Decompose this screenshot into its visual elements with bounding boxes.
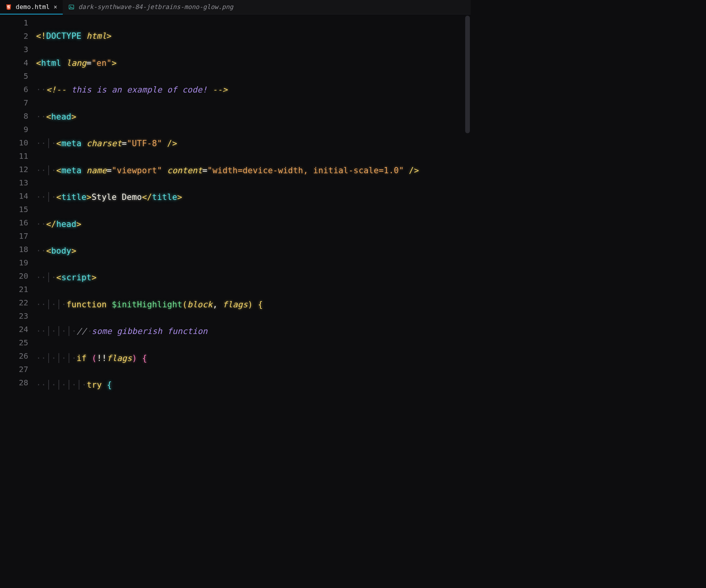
line-number: 19 bbox=[0, 256, 28, 269]
svg-point-1 bbox=[70, 6, 71, 7]
line-number: 18 bbox=[0, 243, 28, 256]
line-number: 20 bbox=[0, 269, 28, 283]
line-number: 9 bbox=[0, 123, 28, 136]
editor-window: demo.html × dark-synthwave-84-jetbrains-… bbox=[0, 0, 471, 392]
line-gutter: 1234567891011121314151617181920212223242… bbox=[0, 16, 36, 389]
line-number: 14 bbox=[0, 189, 28, 203]
code-line: ··│·<title>Style Demo</title> bbox=[36, 191, 466, 204]
line-number: 11 bbox=[0, 149, 28, 163]
line-number: 26 bbox=[0, 349, 28, 363]
line-number: 13 bbox=[0, 176, 28, 189]
line-number: 5 bbox=[0, 69, 28, 83]
line-number: 24 bbox=[0, 323, 28, 336]
code-line: ··<head> bbox=[36, 110, 466, 123]
line-number: 2 bbox=[0, 29, 28, 43]
close-icon[interactable]: × bbox=[54, 2, 57, 12]
tab-image-preview[interactable]: dark-synthwave-84-jetbrains-mono-glow.pn… bbox=[63, 0, 239, 14]
html5-icon bbox=[5, 4, 12, 10]
line-number: 10 bbox=[0, 136, 28, 149]
code-line: <html lang="en"> bbox=[36, 56, 466, 70]
line-number: 16 bbox=[0, 216, 28, 229]
line-number: 22 bbox=[0, 296, 28, 309]
code-line: ··│·│·│·//·some gibberish function bbox=[36, 325, 466, 338]
line-number: 1 bbox=[0, 16, 28, 29]
code-area[interactable]: <!DOCTYPE html> <html lang="en"> ··<!-- … bbox=[36, 16, 471, 392]
code-line: ··│·<script> bbox=[36, 271, 466, 284]
line-number: 8 bbox=[0, 109, 28, 123]
tab-label: dark-synthwave-84-jetbrains-mono-glow.pn… bbox=[78, 2, 233, 12]
line-number: 23 bbox=[0, 309, 28, 323]
line-number: 3 bbox=[0, 43, 28, 56]
code-line: ··</head> bbox=[36, 218, 466, 231]
image-icon bbox=[68, 4, 75, 10]
code-line: ··│·│·│·│·try { bbox=[36, 378, 466, 392]
code-line: ··│·│·│·if (!!flags) { bbox=[36, 352, 466, 365]
line-number: 4 bbox=[0, 56, 28, 69]
line-number: 27 bbox=[0, 363, 28, 376]
tab-demo-html[interactable]: demo.html × bbox=[0, 0, 63, 14]
line-number: 25 bbox=[0, 336, 28, 349]
code-line: ··│·│·function $initHighlight(block, fla… bbox=[36, 298, 466, 311]
code-line: ··<body> bbox=[36, 244, 466, 258]
code-line: ··│·<meta name="viewport" content="width… bbox=[36, 164, 466, 177]
code-line: ··│·<meta charset="UTF-8" /> bbox=[36, 137, 466, 150]
tab-bar: demo.html × dark-synthwave-84-jetbrains-… bbox=[0, 0, 471, 15]
vertical-scrollbar[interactable] bbox=[465, 16, 470, 392]
tab-label: demo.html bbox=[16, 2, 50, 12]
line-number: 15 bbox=[0, 203, 28, 216]
line-number: 17 bbox=[0, 229, 28, 243]
scrollbar-thumb[interactable] bbox=[465, 16, 470, 133]
line-number: 28 bbox=[0, 376, 28, 389]
line-number: 21 bbox=[0, 283, 28, 296]
code-line: <!DOCTYPE html> bbox=[36, 29, 466, 43]
line-number: 12 bbox=[0, 163, 28, 176]
line-number: 6 bbox=[0, 83, 28, 96]
line-number: 7 bbox=[0, 96, 28, 109]
editor-body: 1234567891011121314151617181920212223242… bbox=[0, 15, 471, 392]
code-line: ··<!-- this is an example of code! --> bbox=[36, 83, 466, 96]
